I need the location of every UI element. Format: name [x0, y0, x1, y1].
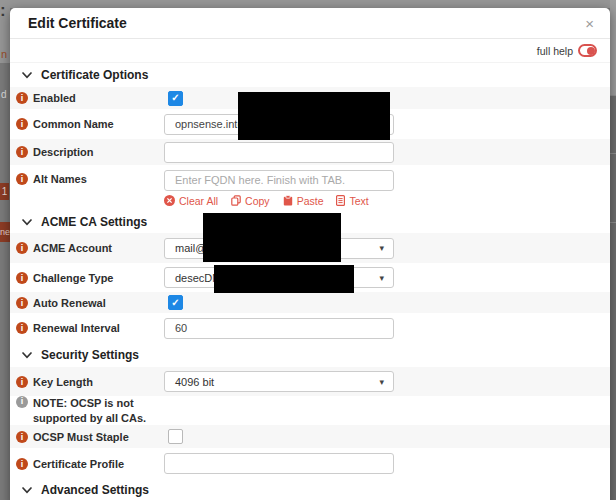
- field-row-key-length: i Key Length 4096 bit ▾: [10, 367, 610, 396]
- nav-link-fragment: n: [1, 48, 7, 60]
- page-title-fragment: : A: [0, 1, 10, 21]
- ocsp-note-text: NOTE: OCSP is not supported by all CAs.: [33, 396, 166, 425]
- certificate-profile-input[interactable]: [164, 453, 394, 474]
- key-length-select[interactable]: 4096 bit ▾: [164, 371, 394, 392]
- clear-all-icon: [164, 195, 175, 206]
- field-label: Key Length: [33, 376, 93, 388]
- paste-button[interactable]: Paste: [283, 195, 324, 207]
- ocsp-must-staple-checkbox[interactable]: [168, 429, 183, 444]
- field-row-certificate-profile: i Certificate Profile: [10, 448, 610, 479]
- field-label: Renewal Interval: [33, 322, 120, 334]
- info-icon[interactable]: i: [16, 173, 28, 185]
- table-cell-fragment: d: [1, 89, 7, 100]
- button-fragment: ne: [0, 222, 10, 242]
- redaction-box: [238, 92, 390, 140]
- chevron-down-icon: [22, 219, 32, 226]
- field-row-auto-renewal: i Auto Renewal: [10, 292, 610, 313]
- section-security-settings[interactable]: Security Settings: [10, 343, 610, 367]
- field-label: Challenge Type: [33, 272, 113, 284]
- close-icon[interactable]: ×: [581, 14, 598, 33]
- dialog-title: Edit Certificate: [28, 15, 581, 31]
- clear-all-button[interactable]: Clear All: [164, 195, 218, 207]
- section-certificate-options[interactable]: Certificate Options: [10, 63, 610, 87]
- chevron-down-icon: [22, 352, 32, 359]
- chevron-down-icon: [22, 72, 32, 79]
- caret-down-icon: ▾: [379, 273, 384, 283]
- section-title: Certificate Options: [41, 68, 148, 82]
- info-icon[interactable]: i: [16, 431, 28, 443]
- copy-button[interactable]: Copy: [231, 195, 270, 207]
- info-icon[interactable]: i: [16, 92, 28, 104]
- section-advanced-settings[interactable]: Advanced Settings: [10, 479, 610, 500]
- backdrop-right: [610, 0, 616, 500]
- field-label: Alt Names: [33, 173, 87, 185]
- badge-fragment: 1: [0, 183, 9, 200]
- field-label: Enabled: [33, 92, 76, 104]
- field-row-alt-names: i Alt Names Clear All Copy Paste: [10, 165, 610, 211]
- note-info-icon: i: [16, 396, 28, 408]
- field-row-renewal-interval: i Renewal Interval: [10, 313, 610, 343]
- text-file-icon: [336, 195, 345, 206]
- info-icon[interactable]: i: [16, 146, 28, 158]
- field-label: ACME Account: [33, 242, 112, 254]
- alt-names-input[interactable]: [164, 170, 394, 191]
- section-title: ACME CA Settings: [41, 215, 147, 229]
- help-row: full help: [10, 39, 610, 63]
- field-label: OCSP Must Staple: [33, 431, 129, 443]
- full-help-label: full help: [537, 45, 573, 57]
- backdrop-left-top: : A n: [0, 0, 10, 63]
- caret-down-icon: ▾: [379, 243, 384, 253]
- backdrop-top: [0, 0, 616, 8]
- text-button[interactable]: Text: [336, 195, 368, 207]
- caret-down-icon: ▾: [379, 377, 384, 387]
- section-title: Security Settings: [41, 348, 139, 362]
- backdrop-left-bottom: d 1 ne: [0, 63, 10, 500]
- redaction-box: [214, 265, 354, 293]
- field-row-ocsp-must-staple: i OCSP Must Staple: [10, 425, 610, 448]
- info-icon[interactable]: i: [16, 297, 28, 309]
- auto-renewal-checkbox[interactable]: [168, 295, 183, 310]
- field-label: Description: [33, 146, 94, 158]
- full-help-toggle-icon[interactable]: [578, 44, 597, 57]
- paste-icon: [283, 195, 293, 206]
- field-label: Auto Renewal: [33, 297, 106, 309]
- field-label: Certificate Profile: [33, 458, 124, 470]
- field-row-description: i Description: [10, 139, 610, 165]
- alt-names-actions: Clear All Copy Paste Text: [164, 195, 610, 207]
- info-icon[interactable]: i: [16, 376, 28, 388]
- screen: : A n d 1 ne Edit Certificate × full hel…: [0, 0, 616, 500]
- info-icon[interactable]: i: [16, 458, 28, 470]
- info-icon[interactable]: i: [16, 272, 28, 284]
- enabled-checkbox[interactable]: [168, 91, 183, 106]
- chevron-down-icon: [22, 487, 32, 494]
- field-label: Common Name: [33, 118, 114, 130]
- section-title: Advanced Settings: [41, 483, 149, 497]
- renewal-interval-input[interactable]: [164, 318, 394, 339]
- info-icon[interactable]: i: [16, 118, 28, 130]
- copy-icon: [231, 195, 241, 206]
- info-icon[interactable]: i: [16, 322, 28, 334]
- field-row-ocsp-note: i NOTE: OCSP is not supported by all CAs…: [10, 396, 610, 425]
- info-icon[interactable]: i: [16, 242, 28, 254]
- redaction-box: [203, 213, 341, 262]
- description-input[interactable]: [164, 142, 394, 163]
- dialog-header: Edit Certificate ×: [10, 8, 610, 39]
